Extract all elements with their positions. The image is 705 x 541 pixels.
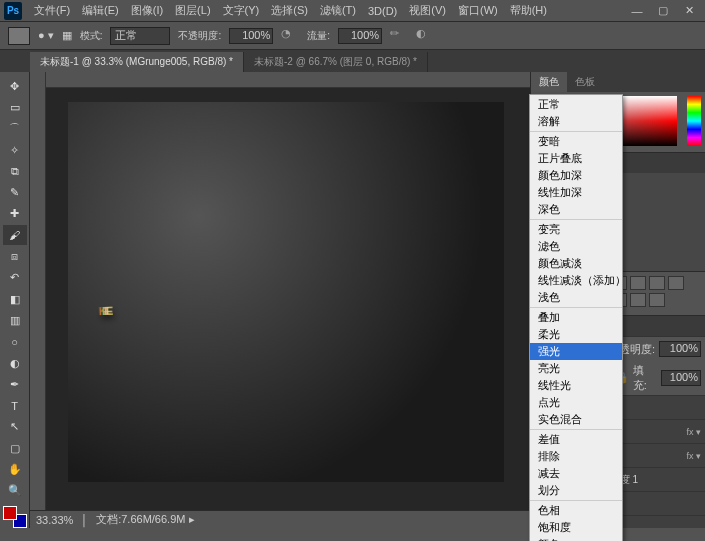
move-tool[interactable]: ✥ xyxy=(3,76,27,96)
blend-option[interactable]: 划分 xyxy=(530,482,622,499)
pen-tool[interactable]: ✒ xyxy=(3,374,27,394)
blend-option[interactable]: 差值 xyxy=(530,431,622,448)
tab-color[interactable]: 颜色 xyxy=(531,72,567,92)
menu-image[interactable]: 图像(I) xyxy=(125,1,169,20)
pressure-size-icon[interactable]: ◐ xyxy=(416,27,434,45)
menu-filter[interactable]: 滤镜(T) xyxy=(314,1,362,20)
crop-tool[interactable]: ⧉ xyxy=(3,161,27,181)
mode-select[interactable]: 正常 xyxy=(110,27,170,45)
color-chips[interactable] xyxy=(3,506,27,528)
blend-option[interactable]: 颜色 xyxy=(530,536,622,541)
menu-window[interactable]: 窗口(W) xyxy=(452,1,504,20)
blend-option[interactable]: 减去 xyxy=(530,465,622,482)
tab-swatches[interactable]: 色板 xyxy=(567,72,603,92)
blend-option[interactable]: 色相 xyxy=(530,502,622,519)
menu-bar: Ps 文件(F) 编辑(E) 图像(I) 图层(L) 文字(Y) 选择(S) 滤… xyxy=(0,0,705,22)
blend-option[interactable]: 线性减淡（添加） xyxy=(530,272,622,289)
close-button[interactable]: ✕ xyxy=(677,4,701,18)
blend-option[interactable]: 线性加深 xyxy=(530,184,622,201)
blend-option[interactable]: 颜色减淡 xyxy=(530,255,622,272)
shape-tool[interactable]: ▢ xyxy=(3,438,27,458)
blend-option[interactable]: 深色 xyxy=(530,201,622,218)
adj-photo-icon[interactable] xyxy=(668,276,684,290)
flow-input[interactable]: 100% xyxy=(338,28,382,44)
gradient-tool[interactable]: ▥ xyxy=(3,310,27,330)
adj-grad-icon[interactable] xyxy=(630,293,646,307)
canvas[interactable]: KELE xyxy=(68,102,504,482)
history-brush-tool[interactable]: ↶ xyxy=(3,268,27,288)
menu-layer[interactable]: 图层(L) xyxy=(169,1,216,20)
blend-option[interactable]: 变亮 xyxy=(530,221,622,238)
blend-option[interactable]: 点光 xyxy=(530,394,622,411)
blend-option[interactable]: 正常 xyxy=(530,96,622,113)
blend-option[interactable]: 溶解 xyxy=(530,113,622,130)
blend-option[interactable]: 强光 xyxy=(530,343,622,360)
tool-preset[interactable] xyxy=(8,27,30,45)
blend-option[interactable]: 柔光 xyxy=(530,326,622,343)
menu-view[interactable]: 视图(V) xyxy=(403,1,452,20)
status-bar: 33.33% │ 文档:7.66M/66.9M ▸ xyxy=(30,510,530,528)
opacity-input[interactable]: 100% xyxy=(229,28,273,44)
canvas-area: KELE 33.33% │ 文档:7.66M/66.9M ▸ xyxy=(30,72,530,528)
fx-badge[interactable]: fx ▾ xyxy=(686,451,701,461)
blend-option[interactable]: 亮光 xyxy=(530,360,622,377)
blur-tool[interactable]: ○ xyxy=(3,332,27,352)
app-logo: Ps xyxy=(4,2,22,20)
lasso-tool[interactable]: ⌒ xyxy=(3,119,27,139)
layer-opacity-input[interactable]: 100% xyxy=(659,341,701,357)
blend-option[interactable]: 饱和度 xyxy=(530,519,622,536)
airbrush-icon[interactable]: ✏ xyxy=(390,27,408,45)
maximize-button[interactable]: ▢ xyxy=(651,4,675,18)
blend-option[interactable]: 颜色加深 xyxy=(530,167,622,184)
fg-color[interactable] xyxy=(3,506,17,520)
fx-badge[interactable]: fx ▾ xyxy=(686,427,701,437)
marquee-tool[interactable]: ▭ xyxy=(3,97,27,117)
dodge-tool[interactable]: ◐ xyxy=(3,353,27,373)
blend-option[interactable]: 变暗 xyxy=(530,133,622,150)
zoom-tool[interactable]: 🔍 xyxy=(3,481,27,501)
heal-tool[interactable]: ✚ xyxy=(3,204,27,224)
artwork-text: KELE xyxy=(96,242,109,334)
blend-option[interactable]: 实色混合 xyxy=(530,411,622,428)
eyedropper-tool[interactable]: ✎ xyxy=(3,182,27,202)
menu-select[interactable]: 选择(S) xyxy=(265,1,314,20)
blend-option[interactable]: 滤色 xyxy=(530,238,622,255)
brush-panel-icon[interactable]: ▦ xyxy=(62,29,72,42)
chevron-right-icon[interactable]: ▸ xyxy=(189,513,195,526)
type-tool[interactable]: T xyxy=(3,395,27,415)
blend-option[interactable]: 排除 xyxy=(530,448,622,465)
doc-tab-1[interactable]: 未标题-1 @ 33.3% (MGrunge005, RGB/8) * xyxy=(30,52,244,72)
doc-size[interactable]: 文档:7.66M/66.9M xyxy=(96,512,185,527)
fill-label: 填充: xyxy=(633,363,657,393)
hand-tool[interactable]: ✋ xyxy=(3,459,27,479)
menu-file[interactable]: 文件(F) xyxy=(28,1,76,20)
eraser-tool[interactable]: ◧ xyxy=(3,289,27,309)
brush-size-icon[interactable]: ● ▾ xyxy=(38,29,54,42)
menu-3d[interactable]: 3D(D) xyxy=(362,3,403,19)
doc-tab-2[interactable]: 未标题-2 @ 66.7% (图层 0, RGB/8) * xyxy=(244,52,428,72)
adj-hue-icon[interactable] xyxy=(630,276,646,290)
flow-label: 流量: xyxy=(307,29,330,43)
hue-slider[interactable] xyxy=(687,96,701,146)
wand-tool[interactable]: ✧ xyxy=(3,140,27,160)
pressure-opacity-icon[interactable]: ◔ xyxy=(281,27,299,45)
menu-edit[interactable]: 编辑(E) xyxy=(76,1,125,20)
minimize-button[interactable]: — xyxy=(625,4,649,18)
menu-help[interactable]: 帮助(H) xyxy=(504,1,553,20)
stamp-tool[interactable]: ⧇ xyxy=(3,246,27,266)
tools-panel: ✥ ▭ ⌒ ✧ ⧉ ✎ ✚ 🖌 ⧇ ↶ ◧ ▥ ○ ◐ ✒ T ↖ ▢ ✋ 🔍 xyxy=(0,72,30,528)
path-tool[interactable]: ↖ xyxy=(3,417,27,437)
blend-option[interactable]: 正片叠底 xyxy=(530,150,622,167)
adj-bw-icon[interactable] xyxy=(649,276,665,290)
blend-option[interactable]: 线性光 xyxy=(530,377,622,394)
blend-mode-dropdown[interactable]: 正常溶解变暗正片叠底颜色加深线性加深深色变亮滤色颜色减淡线性减淡（添加）浅色叠加… xyxy=(529,94,623,541)
menu-type[interactable]: 文字(Y) xyxy=(217,1,266,20)
blend-option[interactable]: 浅色 xyxy=(530,289,622,306)
options-bar: ● ▾ ▦ 模式: 正常 不透明度: 100% ◔ 流量: 100% ✏ ◐ xyxy=(0,22,705,50)
zoom-level[interactable]: 33.33% xyxy=(36,514,73,526)
brush-tool[interactable]: 🖌 xyxy=(3,225,27,245)
adj-select-icon[interactable] xyxy=(649,293,665,307)
blend-option[interactable]: 叠加 xyxy=(530,309,622,326)
mode-label: 模式: xyxy=(80,29,103,43)
fill-input[interactable]: 100% xyxy=(661,370,701,386)
